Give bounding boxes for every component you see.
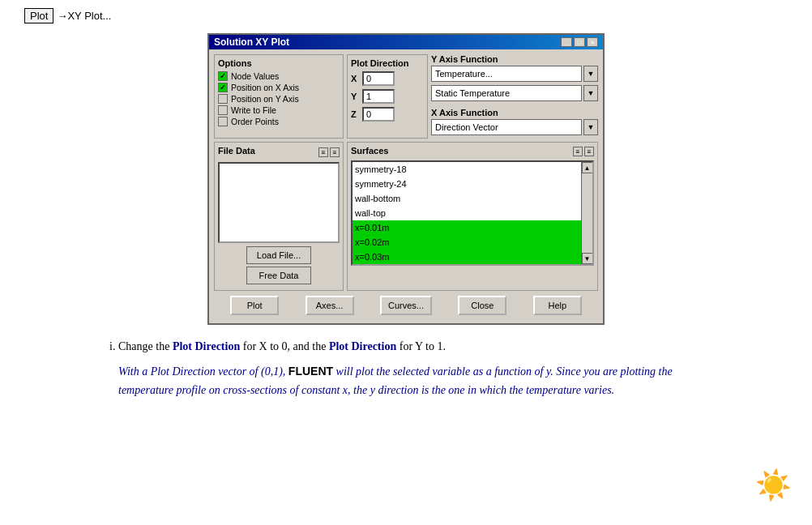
write-to-file-checkbox[interactable]	[218, 105, 228, 115]
close-dialog-button[interactable]: Close	[458, 296, 506, 315]
step-list: Change the Plot Direction for X to 0, an…	[102, 338, 710, 399]
file-data-panel: File Data ≡ ≡ Load File... Free Data	[214, 142, 344, 291]
plot-direction-ref3: Plot Direction	[151, 365, 216, 378]
z-label: Z	[351, 109, 359, 119]
surface-item[interactable]: x=0.01m	[353, 220, 581, 235]
x-value-input[interactable]	[362, 71, 395, 86]
write-to-file-label: Write to File	[231, 105, 276, 115]
x-axis-dropdown-row: Direction Vector ▼	[431, 119, 598, 135]
sun-icon: ☀️	[755, 468, 796, 509]
order-points-checkbox[interactable]	[218, 117, 228, 126]
plot-menu-button[interactable]: Plot	[24, 8, 53, 23]
surface-item[interactable]: x=0.02m	[353, 235, 581, 250]
y-axis-dropdown1-row: Temperature... ▼	[431, 66, 598, 82]
step-text3: for Y to 1.	[400, 340, 446, 352]
z-value-input[interactable]	[362, 107, 395, 122]
scroll-down-arrow[interactable]: ▼	[582, 253, 593, 264]
position-y-row[interactable]: Position on Y Axis	[218, 94, 340, 104]
order-points-row[interactable]: Order Points	[218, 117, 340, 126]
x-axis-dropdown[interactable]: Direction Vector	[431, 119, 582, 135]
right-panel: Y Axis Function Temperature... ▼ Static …	[431, 54, 598, 139]
file-data-header: File Data ≡ ≡	[218, 146, 340, 159]
top-bar: Plot →XY Plot...	[24, 8, 788, 23]
check-mark: ✓	[220, 72, 226, 80]
position-y-label: Position on Y Axis	[231, 94, 299, 104]
y-axis-dropdown1-arrow[interactable]: ▼	[583, 66, 598, 82]
plot-direction-ref2: Plot Direction	[329, 340, 396, 352]
close-button[interactable]: ×	[587, 37, 598, 47]
step-text2: for X to 0, and the	[243, 340, 327, 352]
y-value-input[interactable]	[362, 89, 395, 104]
step-text1: Change the	[118, 340, 169, 352]
surfaces-title: Surfaces	[351, 146, 388, 156]
step-paragraph: Change the Plot Direction for X to 0, an…	[118, 338, 710, 356]
axes-button[interactable]: Axes...	[306, 296, 354, 315]
dialog-buttons: Plot Axes... Curves... Close Help	[214, 291, 598, 318]
y-axis-dropdown2-arrow[interactable]: ▼	[583, 85, 598, 101]
x-axis-title: X Axis Function	[431, 108, 598, 117]
write-to-file-row[interactable]: Write to File	[218, 105, 340, 115]
scroll-up-arrow[interactable]: ▲	[582, 162, 593, 173]
surface-item[interactable]: wall-top	[353, 206, 581, 220]
x-axis-dropdown-arrow[interactable]: ▼	[583, 119, 598, 135]
file-data-list[interactable]	[218, 162, 340, 243]
free-data-button[interactable]: Free Data	[246, 267, 311, 284]
position-x-row[interactable]: ✓ Position on X Axis	[218, 83, 340, 92]
position-y-checkbox[interactable]	[218, 94, 228, 104]
surfaces-header: Surfaces ≡ ≡	[351, 146, 594, 157]
surface-item[interactable]: symmetry-18	[353, 162, 581, 177]
fluent-label: FLUENT	[288, 365, 333, 378]
options-panel: Options ✓ Node Values ✓ Position on X Ax…	[214, 54, 344, 139]
x-label: X	[351, 74, 359, 83]
x-axis-dropdown-value: Direction Vector	[435, 122, 498, 132]
file-data-icons: ≡ ≡	[318, 147, 340, 157]
surfaces-panel: Surfaces ≡ ≡ symmetry-18symmetry-24wall-…	[347, 142, 598, 291]
surfaces-icon2[interactable]: ≡	[584, 147, 594, 156]
surfaces-scrollbar[interactable]: ▲ ▼	[581, 162, 592, 264]
y-axis-title: Y Axis Function	[431, 54, 598, 64]
y-axis-dropdown1-value: Temperature...	[435, 69, 493, 79]
y-axis-dropdown2-row: Static Temperature ▼	[431, 85, 598, 101]
node-values-row[interactable]: ✓ Node Values	[218, 71, 340, 81]
check-mark: ✓	[220, 83, 226, 92]
maximize-button[interactable]: □	[574, 37, 585, 47]
file-data-title: File Data	[218, 146, 255, 156]
order-points-label: Order Points	[231, 117, 279, 126]
italic-text1: vector of (0,1),	[218, 365, 285, 378]
solution-xy-plot-dialog: Solution XY Plot _ □ × Options ✓ Node Va…	[207, 33, 605, 325]
help-button[interactable]: Help	[533, 296, 582, 315]
surface-item[interactable]: wall-bottom	[353, 191, 581, 206]
load-file-button[interactable]: Load File...	[246, 246, 311, 264]
options-title: Options	[218, 58, 340, 68]
titlebar-controls: _ □ ×	[561, 37, 598, 47]
y-axis-dropdown2-value: Static Temperature	[435, 88, 510, 98]
node-values-checkbox[interactable]: ✓	[218, 71, 228, 81]
x-direction-row: X	[351, 71, 424, 86]
menu-arrow-text: →XY Plot...	[57, 10, 111, 22]
file-data-icon2[interactable]: ≡	[330, 147, 340, 157]
plot-button[interactable]: Plot	[230, 296, 279, 315]
surface-item[interactable]: x=0.03m	[353, 250, 581, 264]
minimize-button[interactable]: _	[561, 37, 572, 47]
z-direction-row: Z	[351, 107, 424, 122]
position-x-checkbox[interactable]: ✓	[218, 83, 228, 92]
surfaces-list[interactable]: symmetry-18symmetry-24wall-bottomwall-to…	[351, 160, 594, 266]
italic-text-with-a: With a	[118, 365, 147, 378]
plot-direction-title: Plot Direction	[351, 58, 424, 68]
y-axis-dropdown1[interactable]: Temperature...	[431, 66, 582, 82]
node-values-label: Node Values	[231, 71, 279, 81]
plot-direction-panel: Plot Direction X Y Z	[347, 54, 428, 139]
surface-item[interactable]: symmetry-24	[353, 177, 581, 191]
y-label: Y	[351, 92, 359, 101]
file-data-icon1[interactable]: ≡	[318, 147, 328, 157]
x-axis-section: X Axis Function Direction Vector ▼	[431, 108, 598, 139]
plot-direction-ref1: Plot Direction	[173, 340, 240, 352]
body-text: Change the Plot Direction for X to 0, an…	[102, 338, 710, 399]
y-axis-dropdown2[interactable]: Static Temperature	[431, 85, 582, 101]
surfaces-icon1[interactable]: ≡	[573, 147, 583, 156]
dialog-title: Solution XY Plot	[214, 36, 289, 48]
dialog-titlebar: Solution XY Plot _ □ ×	[209, 35, 603, 49]
italic-paragraph: With a Plot Direction vector of (0,1), F…	[118, 362, 710, 399]
curves-button[interactable]: Curves...	[380, 296, 432, 315]
main-grid: Options ✓ Node Values ✓ Position on X Ax…	[214, 54, 598, 139]
